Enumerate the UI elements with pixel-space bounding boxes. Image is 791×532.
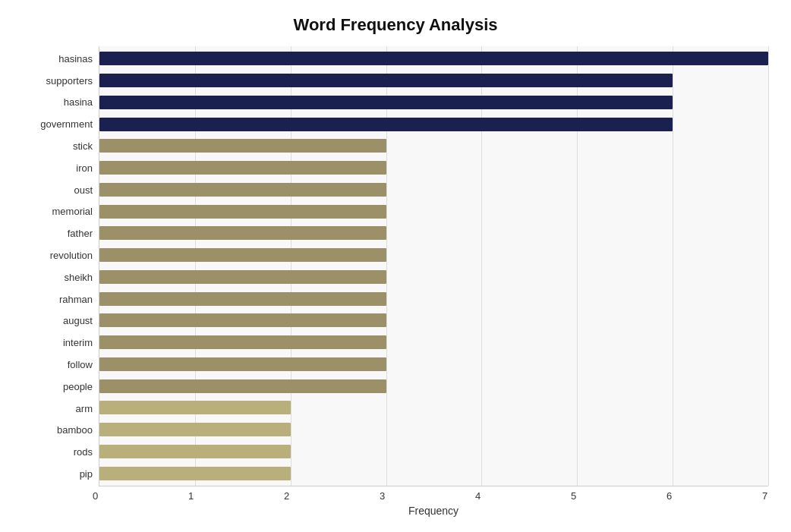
bar-row xyxy=(99,92,768,114)
bar xyxy=(99,139,386,153)
bar xyxy=(99,52,768,65)
bar-row xyxy=(99,397,768,419)
bar xyxy=(99,270,386,284)
bar xyxy=(99,248,386,262)
y-label: bamboo xyxy=(57,421,93,439)
x-tick-label: 3 xyxy=(380,490,385,502)
y-label: sheikh xyxy=(64,268,93,286)
y-label: memorial xyxy=(52,203,93,221)
y-label: interim xyxy=(63,334,93,352)
y-label: august xyxy=(63,312,93,330)
y-label: rods xyxy=(74,443,93,461)
x-axis-labels: 01234567 xyxy=(99,486,768,502)
bar-row xyxy=(99,70,768,92)
chart-container: Word Frequency Analysis hasinassupporter… xyxy=(0,0,791,532)
x-axis-title: Frequency xyxy=(99,505,768,517)
bar xyxy=(99,292,386,306)
bar-row xyxy=(99,441,768,463)
bar-row xyxy=(99,113,768,135)
x-tick-label: 0 xyxy=(93,490,98,502)
bar-row xyxy=(99,332,768,354)
y-label: iron xyxy=(76,159,93,177)
y-label: revolution xyxy=(50,247,93,265)
bar-row xyxy=(99,244,768,266)
y-label: supporters xyxy=(46,71,93,90)
bars-section xyxy=(99,46,768,486)
bar xyxy=(99,161,386,175)
y-label: oust xyxy=(74,181,93,199)
y-label: hasina xyxy=(64,93,93,112)
bar-row xyxy=(99,266,768,288)
bar-row xyxy=(99,179,768,201)
y-label: rahman xyxy=(59,290,93,308)
bar-row xyxy=(99,419,768,441)
bar-row xyxy=(99,48,768,70)
grid-and-bars xyxy=(99,46,768,486)
x-tick-label: 6 xyxy=(667,490,672,502)
y-axis-labels: hasinassupportershasinagovernmentstickir… xyxy=(23,46,99,486)
y-label: stick xyxy=(73,137,93,156)
bar-row xyxy=(99,135,768,157)
bars-wrapper xyxy=(99,46,768,486)
y-label: follow xyxy=(68,356,93,374)
bar xyxy=(99,401,291,414)
bar xyxy=(99,226,386,240)
x-tick-label: 5 xyxy=(571,490,576,502)
bar xyxy=(99,74,673,87)
bar-row xyxy=(99,375,768,397)
y-label: government xyxy=(40,115,93,134)
bar xyxy=(99,423,291,436)
x-tick-label: 2 xyxy=(284,490,289,502)
bar xyxy=(99,205,386,219)
bar xyxy=(99,445,291,458)
y-label: people xyxy=(63,377,93,395)
x-tick-label: 7 xyxy=(762,490,767,502)
x-tick-label: 1 xyxy=(188,490,194,502)
bar xyxy=(99,357,386,371)
bar xyxy=(99,118,673,131)
chart-title: Word Frequency Analysis xyxy=(23,15,768,35)
bar xyxy=(99,379,386,393)
bar xyxy=(99,313,386,327)
bar xyxy=(99,183,386,197)
bar xyxy=(99,335,386,349)
bar-row xyxy=(99,462,768,484)
y-label: father xyxy=(68,225,93,243)
bar-row xyxy=(99,310,768,332)
y-label: hasinas xyxy=(58,49,93,68)
bar-row xyxy=(99,222,768,244)
bar xyxy=(99,96,673,109)
bar-row xyxy=(99,288,768,310)
bar-row xyxy=(99,200,768,222)
chart-area: hasinassupportershasinagovernmentstickir… xyxy=(23,46,768,486)
bar xyxy=(99,467,291,480)
x-tick-label: 4 xyxy=(475,490,481,502)
bar-row xyxy=(99,157,768,179)
y-label: arm xyxy=(76,399,93,417)
y-label: pip xyxy=(80,465,93,483)
grid-line xyxy=(768,46,769,486)
bar-row xyxy=(99,354,768,376)
